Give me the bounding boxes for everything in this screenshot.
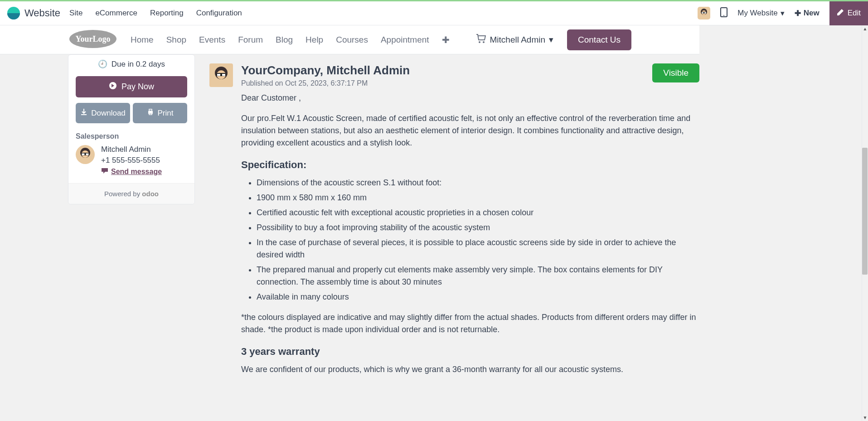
site-logo[interactable]: YourLogo bbox=[68, 29, 118, 51]
spec-item: Available in many colours bbox=[257, 291, 699, 303]
message-published: Published on Oct 25, 2023, 6:37:17 PM bbox=[241, 79, 652, 87]
app-name: Website bbox=[24, 7, 60, 19]
website-switcher[interactable]: My Website ▾ bbox=[737, 9, 785, 18]
svg-rect-21 bbox=[82, 154, 85, 155]
nav-shop[interactable]: Shop bbox=[166, 35, 186, 45]
scrollbar[interactable]: ▲ ▼ bbox=[862, 25, 868, 384]
admin-menu-site[interactable]: Site bbox=[69, 9, 82, 18]
edit-button[interactable]: Edit bbox=[829, 0, 868, 25]
odoo-app-icon bbox=[7, 7, 20, 19]
site-user-name: Mitchell Admin bbox=[490, 35, 546, 45]
warranty-text: We are confident of our products, which … bbox=[241, 363, 699, 376]
new-button[interactable]: ✚ New bbox=[795, 9, 820, 18]
nav-blog[interactable]: Blog bbox=[276, 35, 293, 45]
warranty-heading: 3 years warranty bbox=[241, 344, 699, 359]
spec-list: Dimensions of the acoustic screen S.1 wi… bbox=[241, 177, 699, 303]
mobile-preview-icon[interactable] bbox=[720, 7, 727, 19]
app-brand[interactable]: Website bbox=[7, 7, 60, 19]
order-card: 🕘 Due in 0.2 days Pay Now Download Print bbox=[68, 54, 195, 204]
contact-us-button[interactable]: Contact Us bbox=[567, 29, 631, 50]
spec-heading: Specification: bbox=[241, 157, 699, 172]
salesperson-block: Mitchell Admin +1 555-555-5555 Send mess… bbox=[68, 145, 194, 183]
new-label: New bbox=[804, 9, 820, 18]
svg-text:YourLogo: YourLogo bbox=[75, 34, 110, 44]
admin-menu-ecommerce[interactable]: eCommerce bbox=[95, 9, 137, 18]
due-text: Due in 0.2 days bbox=[112, 60, 165, 68]
visibility-badge[interactable]: Visible bbox=[652, 63, 699, 82]
site-user-menu[interactable]: Mitchell Admin ▾ bbox=[490, 34, 554, 45]
admin-menu: Site eCommerce Reporting Configuration bbox=[69, 9, 242, 18]
plus-icon: ✚ bbox=[795, 9, 801, 18]
nav-events[interactable]: Events bbox=[199, 35, 225, 45]
cart-icon[interactable] bbox=[476, 34, 486, 45]
caret-down-icon: ▾ bbox=[549, 34, 553, 45]
scroll-thumb[interactable] bbox=[862, 148, 868, 275]
greeting: Dear Customer , bbox=[241, 92, 699, 104]
colour-note: *the colours displayed are indicative an… bbox=[241, 311, 699, 336]
download-icon bbox=[80, 108, 87, 118]
admin-bar: Website Site eCommerce Reporting Configu… bbox=[0, 0, 868, 25]
print-button[interactable]: Print bbox=[133, 103, 187, 123]
powered-brand: odoo bbox=[142, 190, 159, 198]
powered-text: Powered by bbox=[104, 190, 142, 198]
edit-label: Edit bbox=[848, 9, 861, 18]
caret-down-icon: ▾ bbox=[781, 9, 785, 18]
spec-item: Possibility to buy a foot improving stab… bbox=[257, 222, 699, 234]
svg-rect-15 bbox=[149, 109, 152, 111]
salesperson-name: Mitchell Admin bbox=[101, 145, 162, 154]
powered-by: Powered by odoo bbox=[68, 183, 194, 204]
spec-item: 1900 mm x 580 mm x 160 mm bbox=[257, 192, 699, 204]
print-label: Print bbox=[158, 109, 174, 118]
svg-rect-6 bbox=[704, 12, 706, 14]
svg-point-8 bbox=[723, 15, 724, 16]
send-message-label: Send message bbox=[111, 168, 162, 176]
website-switcher-label: My Website bbox=[737, 9, 778, 18]
spec-item: In the case of purchase of several piece… bbox=[257, 237, 699, 261]
svg-rect-5 bbox=[702, 12, 703, 14]
message-author-avatar bbox=[209, 63, 233, 87]
message: YourCompany, Mitchell Admin Published on… bbox=[209, 54, 699, 384]
due-label: 🕘 Due in 0.2 days bbox=[68, 55, 194, 76]
svg-point-11 bbox=[479, 41, 480, 43]
nav-help[interactable]: Help bbox=[305, 35, 323, 45]
scroll-up-icon[interactable]: ▲ bbox=[862, 26, 868, 31]
spec-item: Dimensions of the acoustic screen S.1 wi… bbox=[257, 177, 699, 189]
message-author: YourCompany, Mitchell Admin bbox=[241, 63, 652, 77]
salesperson-avatar bbox=[76, 145, 95, 164]
svg-point-12 bbox=[483, 41, 485, 43]
print-icon bbox=[147, 108, 154, 118]
spec-item: Certified acoustic felt with exceptional… bbox=[257, 207, 699, 219]
svg-rect-28 bbox=[222, 74, 225, 76]
pencil-icon bbox=[837, 9, 844, 18]
download-button[interactable]: Download bbox=[76, 103, 130, 123]
message-content: Dear Customer , Our pro.Felt W.1 Acousti… bbox=[241, 92, 699, 376]
admin-menu-reporting[interactable]: Reporting bbox=[150, 9, 184, 18]
svg-rect-27 bbox=[217, 74, 220, 76]
intro: Our pro.Felt W.1 Acoustic Screen, made o… bbox=[241, 112, 699, 149]
chat-icon bbox=[101, 168, 108, 176]
admin-menu-configuration[interactable]: Configuration bbox=[196, 9, 242, 18]
spec-item: The prepared manual and properly cut ele… bbox=[257, 264, 699, 288]
arrow-right-circle-icon bbox=[109, 82, 117, 92]
pay-label: Pay Now bbox=[121, 82, 154, 92]
pay-now-button[interactable]: Pay Now bbox=[76, 76, 187, 97]
salesperson-phone: +1 555-555-5555 bbox=[101, 156, 162, 165]
nav-home[interactable]: Home bbox=[131, 35, 154, 45]
salesperson-label: Salesperson bbox=[68, 132, 194, 145]
site-nav: YourLogo Home Shop Events Forum Blog Hel… bbox=[0, 25, 699, 54]
download-label: Download bbox=[91, 109, 126, 118]
user-avatar[interactable] bbox=[698, 7, 710, 19]
svg-rect-22 bbox=[86, 154, 89, 155]
nav-forum[interactable]: Forum bbox=[238, 35, 263, 45]
send-message-link[interactable]: Send message bbox=[101, 168, 162, 176]
add-page-icon[interactable]: ✚ bbox=[442, 34, 450, 45]
nav-appointment[interactable]: Appointment bbox=[381, 35, 429, 45]
nav-courses[interactable]: Courses bbox=[336, 35, 368, 45]
clock-icon: 🕘 bbox=[98, 60, 107, 68]
